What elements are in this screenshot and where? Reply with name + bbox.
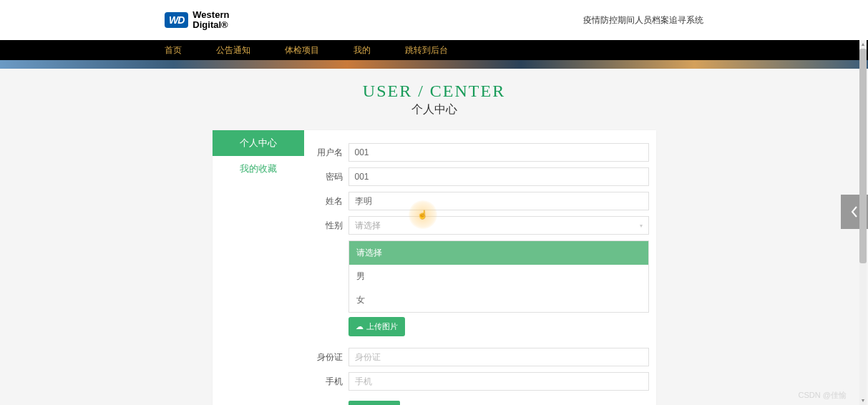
cloud-upload-icon: ☁ <box>356 322 364 331</box>
watermark: CSDN @佳愉 <box>799 390 847 401</box>
label-idcard: 身份证 <box>311 351 348 363</box>
logo-badge: WD <box>165 12 188 28</box>
label-username: 用户名 <box>311 147 348 159</box>
logo-text: Western Digital® <box>192 10 229 31</box>
input-username[interactable] <box>348 143 649 162</box>
row-idcard: 身份证 <box>311 348 649 366</box>
logo: WD Western Digital® <box>165 10 229 31</box>
form-area: 用户名 密码 姓名 性别 请选择 ▾ ☝ 请选择 男 女 <box>304 130 656 405</box>
label-password: 密码 <box>311 171 348 183</box>
label-phone: 手机 <box>311 376 348 388</box>
gender-option-placeholder[interactable]: 请选择 <box>349 241 648 265</box>
nav-backend[interactable]: 跳转到后台 <box>405 44 448 57</box>
sidebar: 个人中心 我的收藏 <box>213 130 304 405</box>
row-username: 用户名 <box>311 143 649 162</box>
gender-option-female[interactable]: 女 <box>349 288 648 312</box>
banner-image <box>0 60 868 69</box>
nav-exam[interactable]: 体检项目 <box>285 44 319 57</box>
chevron-left-icon <box>849 205 859 219</box>
scrollbar-thumb[interactable] <box>859 49 867 263</box>
input-phone[interactable] <box>348 372 649 391</box>
update-info-button[interactable]: 更新信息 <box>348 401 400 405</box>
scroll-up-arrow[interactable]: ▴ <box>859 40 867 49</box>
input-idcard[interactable] <box>348 348 649 366</box>
nav-mine[interactable]: 我的 <box>353 44 371 57</box>
label-name: 姓名 <box>311 195 348 208</box>
gender-dropdown: 请选择 男 女 <box>348 240 649 313</box>
sidebar-item-favorites[interactable]: 我的收藏 <box>213 156 304 182</box>
top-header: WD Western Digital® 疫情防控期间人员档案追寻系统 <box>0 0 868 40</box>
page-title-zh: 个人中心 <box>0 102 868 117</box>
nav-notice[interactable]: 公告通知 <box>216 44 250 57</box>
chevron-down-icon: ▾ <box>640 223 643 229</box>
input-password[interactable] <box>348 167 649 186</box>
nav-home[interactable]: 首页 <box>165 44 182 57</box>
content-panel: 个人中心 我的收藏 用户名 密码 姓名 性别 请选择 ▾ ☝ <box>213 130 656 405</box>
row-password: 密码 <box>311 167 649 186</box>
page-title-area: USER / CENTER 个人中心 <box>0 69 868 123</box>
upload-btn-label: 上传图片 <box>366 321 398 332</box>
select-gender[interactable]: 请选择 ▾ <box>348 216 649 235</box>
upload-image-button[interactable]: ☁ 上传图片 <box>348 317 405 336</box>
select-gender-value: 请选择 <box>355 220 381 232</box>
tagline: 疫情防控期间人员档案追寻系统 <box>583 14 703 26</box>
row-name: 姓名 <box>311 192 649 210</box>
page-title-en: USER / CENTER <box>0 82 868 101</box>
nav-bar: 首页 公告通知 体检项目 我的 跳转到后台 <box>0 40 868 60</box>
row-phone: 手机 <box>311 372 649 391</box>
row-gender: 性别 请选择 ▾ <box>311 216 649 235</box>
input-name[interactable] <box>348 192 649 210</box>
gender-option-male[interactable]: 男 <box>349 265 648 288</box>
label-gender: 性别 <box>311 220 348 232</box>
scroll-down-arrow[interactable]: ▾ <box>859 396 867 405</box>
sidebar-item-user-center[interactable]: 个人中心 <box>213 130 304 156</box>
